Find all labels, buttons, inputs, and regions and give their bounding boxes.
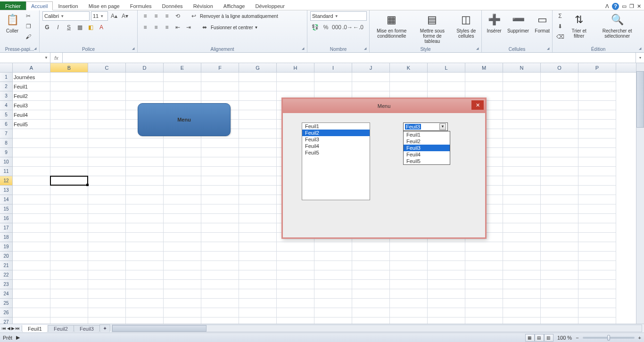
cell[interactable] — [314, 261, 352, 270]
tab-formules[interactable]: Formules — [125, 1, 157, 10]
column-header[interactable]: P — [578, 63, 616, 72]
border-icon[interactable]: ▦ — [75, 23, 84, 32]
cell[interactable] — [126, 318, 164, 324]
horizontal-scrollbar[interactable] — [112, 325, 642, 332]
sort-filter-button[interactable]: ⇅Trier et filtrer — [567, 11, 591, 40]
cell[interactable] — [428, 280, 465, 289]
cell[interactable] — [541, 280, 578, 289]
cell[interactable] — [126, 204, 164, 214]
cell[interactable] — [352, 280, 390, 289]
cell[interactable] — [352, 73, 390, 82]
cell[interactable] — [201, 214, 239, 223]
cell[interactable] — [578, 261, 616, 270]
cell[interactable] — [88, 167, 126, 176]
sheet-tab[interactable]: Feuil2 — [48, 325, 74, 332]
column-header[interactable]: H — [277, 63, 314, 72]
cell[interactable] — [239, 318, 277, 324]
cell[interactable] — [164, 148, 201, 157]
cell[interactable] — [541, 148, 578, 157]
cell[interactable] — [428, 252, 465, 261]
cell[interactable] — [277, 299, 314, 308]
cell[interactable] — [541, 299, 578, 308]
merge-label[interactable]: Fusionner et centrer — [211, 25, 253, 30]
cell[interactable] — [13, 280, 50, 289]
cell[interactable] — [465, 308, 503, 318]
last-sheet-icon[interactable]: ⏭ — [16, 326, 20, 331]
cell[interactable] — [578, 110, 616, 120]
row-header[interactable]: 15 — [0, 204, 12, 214]
column-header[interactable]: L — [428, 63, 465, 72]
tab-mise-en-page[interactable]: Mise en page — [83, 1, 125, 10]
cell[interactable] — [428, 261, 465, 270]
tab-donnees[interactable]: Données — [157, 1, 188, 10]
cell[interactable] — [541, 214, 578, 223]
cell[interactable] — [164, 82, 201, 91]
cell[interactable] — [578, 252, 616, 261]
cell[interactable] — [578, 214, 616, 223]
cell[interactable] — [465, 318, 503, 324]
combobox-option[interactable]: Feuil3 — [404, 145, 450, 151]
cell[interactable] — [578, 233, 616, 242]
cell[interactable] — [13, 176, 50, 186]
align-left-icon[interactable]: ≡ — [140, 23, 150, 32]
cell[interactable] — [390, 270, 428, 280]
cell[interactable] — [164, 204, 201, 214]
combobox-option[interactable]: Feuil1 — [404, 131, 450, 138]
conditional-format-button[interactable]: ▦Mise en forme conditionnelle — [372, 11, 411, 40]
cell[interactable] — [126, 308, 164, 318]
cell[interactable] — [541, 242, 578, 252]
collapse-ribbon-icon[interactable]: ᐱ — [605, 3, 609, 9]
row-header[interactable]: 19 — [0, 242, 12, 252]
cell[interactable] — [201, 195, 239, 204]
cell[interactable] — [126, 233, 164, 242]
cell[interactable] — [88, 91, 126, 101]
font-size-combo[interactable]: 11▼ — [91, 11, 108, 21]
cell[interactable] — [126, 186, 164, 195]
cell[interactable] — [201, 233, 239, 242]
cell[interactable] — [277, 270, 314, 280]
userform-titlebar[interactable]: Menu ✕ — [283, 99, 485, 113]
cell[interactable] — [13, 195, 50, 204]
cell[interactable] — [277, 252, 314, 261]
cell[interactable] — [50, 214, 88, 223]
cell[interactable] — [201, 270, 239, 280]
cell[interactable] — [50, 289, 88, 299]
cell[interactable] — [503, 299, 541, 308]
cell[interactable] — [164, 280, 201, 289]
cell[interactable] — [50, 176, 88, 186]
cell[interactable] — [541, 120, 578, 129]
cell[interactable] — [390, 82, 428, 91]
cell[interactable] — [13, 129, 50, 138]
decrease-font-icon[interactable]: A▾ — [120, 11, 130, 21]
font-color-icon[interactable]: A — [97, 23, 106, 32]
cell[interactable] — [239, 252, 277, 261]
cell[interactable] — [13, 242, 50, 252]
cell[interactable] — [126, 73, 164, 82]
cell[interactable] — [503, 204, 541, 214]
listbox-option[interactable]: Feuil5 — [302, 149, 370, 156]
align-right-icon[interactable]: ≡ — [162, 23, 172, 32]
cell[interactable] — [541, 167, 578, 176]
currency-icon[interactable]: 💱 — [310, 23, 320, 32]
cell[interactable] — [88, 252, 126, 261]
cell[interactable] — [201, 252, 239, 261]
cell[interactable] — [465, 261, 503, 270]
cell[interactable] — [541, 233, 578, 242]
insert-button[interactable]: ➕Insérer — [485, 11, 504, 34]
cell[interactable] — [88, 318, 126, 324]
cell[interactable] — [88, 73, 126, 82]
cell[interactable] — [50, 280, 88, 289]
cell[interactable] — [164, 270, 201, 280]
cell[interactable] — [578, 195, 616, 204]
sheet-combobox[interactable]: Feuil3 ▼ Feuil1Feuil2Feuil3Feuil4Feuil5 — [403, 122, 448, 131]
cell[interactable] — [164, 138, 201, 148]
chevron-down-icon[interactable]: ▼ — [255, 25, 258, 30]
row-header[interactable]: 6 — [0, 120, 12, 129]
cell[interactable] — [239, 82, 277, 91]
listbox-option[interactable]: Feuil2 — [302, 130, 370, 136]
row-header[interactable]: 3 — [0, 91, 12, 101]
column-header[interactable]: F — [201, 63, 239, 72]
cell[interactable] — [126, 252, 164, 261]
column-header[interactable]: E — [164, 63, 201, 72]
cell[interactable] — [164, 186, 201, 195]
